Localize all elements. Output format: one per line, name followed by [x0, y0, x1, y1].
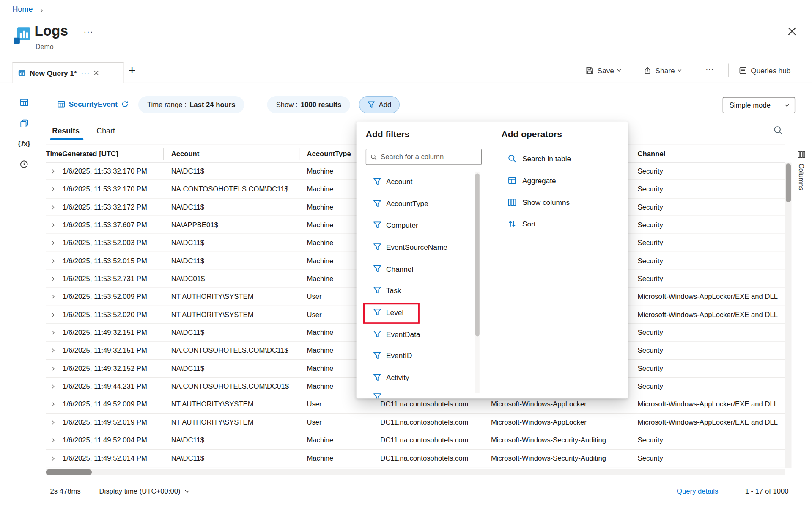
- history-clock-icon: [19, 159, 29, 168]
- horizontal-scrollbar[interactable]: [46, 469, 785, 475]
- show-results-pill[interactable]: Show : 1000 results: [267, 96, 351, 113]
- vertical-scrollbar-thumb[interactable]: [786, 163, 791, 202]
- expand-row-icon[interactable]: [50, 241, 54, 245]
- cell-time-generated: 1/6/2025, 11:53:32.172 PM: [63, 203, 167, 211]
- expand-row-icon[interactable]: [50, 331, 54, 335]
- cell-computer: DC11.na.contosohotels.com: [380, 400, 487, 409]
- selected-table-chip[interactable]: SecurityEvent: [58, 100, 129, 108]
- column-header-accounttype[interactable]: AccountType: [307, 150, 351, 158]
- cell-event-source-name: Microsoft-Windows-AppLocker: [491, 400, 633, 409]
- save-button[interactable]: Save: [585, 66, 620, 75]
- expand-row-icon[interactable]: [50, 169, 54, 173]
- expand-row-icon[interactable]: [50, 277, 54, 281]
- refresh-icon[interactable]: [121, 100, 129, 108]
- filter-search-input[interactable]: [381, 153, 477, 161]
- commandbar-more-menu[interactable]: ···: [705, 65, 714, 74]
- cell-account: NA\DC11$: [171, 257, 303, 265]
- cell-channel: Security: [638, 167, 785, 175]
- mode-selector-value: Simple mode: [730, 101, 771, 109]
- sidebar-queries-tab[interactable]: [16, 116, 31, 131]
- expand-row-icon[interactable]: [50, 259, 54, 263]
- filter-funnel-icon: [373, 199, 381, 208]
- blade-more-menu[interactable]: ···: [83, 27, 93, 36]
- show-label: Show :: [276, 101, 298, 109]
- share-button[interactable]: Share: [643, 66, 681, 75]
- filter-item-channel[interactable]: Channel: [357, 258, 475, 279]
- cell-channel: Microsoft-Windows-AppLocker/EXE and DLL: [638, 293, 785, 301]
- expand-row-icon[interactable]: [50, 312, 54, 317]
- tab-chart[interactable]: Chart: [96, 127, 115, 135]
- expand-row-icon[interactable]: [50, 205, 54, 209]
- cell-account: NT AUTHORITY\SYSTEM: [171, 311, 303, 319]
- expand-row-icon[interactable]: [50, 187, 54, 191]
- expand-row-icon[interactable]: [50, 402, 54, 406]
- filter-item-task[interactable]: Task: [357, 280, 475, 301]
- filter-list-scrollbar[interactable]: [475, 172, 480, 393]
- time-range-pill[interactable]: Time range : Last 24 hours: [138, 96, 244, 113]
- vertical-scrollbar[interactable]: [785, 163, 792, 468]
- filter-item-label: Level: [386, 308, 403, 317]
- columns-panel-toggle[interactable]: Columns: [793, 150, 809, 190]
- aggregate-icon: [508, 176, 516, 185]
- new-tab-button[interactable]: +: [128, 63, 135, 78]
- cell-time-generated: 1/6/2025, 11:53:52.020 PM: [63, 311, 167, 319]
- table-name: SecurityEvent: [69, 100, 118, 108]
- filter-search-box[interactable]: [366, 149, 482, 165]
- table-row[interactable]: 1/6/2025, 11:49:52.004 PM NA\DC11$ Machi…: [46, 431, 785, 449]
- tab-close-icon[interactable]: [94, 71, 99, 75]
- filter-item-account[interactable]: Account: [357, 171, 475, 192]
- filter-item-level[interactable]: Level: [357, 301, 475, 323]
- query-elapsed-time: 2s 478ms: [50, 487, 80, 495]
- expand-row-icon[interactable]: [50, 456, 54, 460]
- filter-item-eventsourcename[interactable]: EventSourceName: [357, 236, 475, 258]
- search-results-icon[interactable]: [773, 125, 783, 137]
- operator-aggregate[interactable]: Aggregate: [502, 170, 622, 191]
- filter-funnel-icon: [373, 221, 381, 229]
- cell-account-type: Machine: [307, 454, 376, 462]
- expand-row-icon[interactable]: [50, 438, 54, 442]
- table-row[interactable]: 1/6/2025, 11:49:52.019 PM NT AUTHORITY\S…: [46, 414, 785, 431]
- operator-show-columns[interactable]: Show columns: [502, 191, 622, 213]
- filter-list-scrollbar-thumb[interactable]: [475, 174, 480, 337]
- query-details-link[interactable]: Query details: [677, 487, 718, 495]
- logs-app-icon: [13, 26, 31, 45]
- tab-more-menu[interactable]: ···: [81, 69, 90, 77]
- horizontal-scrollbar-thumb[interactable]: [46, 469, 92, 475]
- chevron-down-icon: [678, 68, 682, 72]
- expand-row-icon[interactable]: [50, 295, 54, 299]
- filter-item-eventid[interactable]: EventID: [357, 345, 475, 367]
- queries-hub-button[interactable]: Queries hub: [739, 66, 790, 75]
- cell-account: NT AUTHORITY\SYSTEM: [171, 418, 303, 426]
- close-icon[interactable]: [788, 27, 796, 37]
- filter-item-activity[interactable]: Activity: [357, 367, 475, 388]
- column-header-channel[interactable]: Channel: [638, 150, 666, 158]
- tab-new-query-1[interactable]: New Query 1* ···: [13, 62, 124, 83]
- filter-item-eventdata[interactable]: EventData: [357, 323, 475, 345]
- breadcrumb: Home: [13, 5, 42, 14]
- column-header-timegenerated[interactable]: TimeGenerated [UTC]: [46, 150, 118, 158]
- show-columns-icon: [508, 198, 516, 207]
- breadcrumb-home-link[interactable]: Home: [13, 5, 33, 14]
- expand-row-icon[interactable]: [50, 348, 54, 353]
- expand-row-icon[interactable]: [50, 420, 54, 425]
- display-time-dropdown[interactable]: Display time (UTC+00:00): [99, 487, 189, 495]
- sidebar-functions-tab[interactable]: {fx}: [16, 136, 31, 151]
- filter-item-label: EventData: [386, 330, 420, 338]
- add-filter-button[interactable]: Add: [359, 96, 400, 113]
- sidebar-history-tab[interactable]: [16, 157, 31, 171]
- cell-channel: Security: [638, 221, 785, 229]
- operator-sort[interactable]: Sort: [502, 213, 622, 235]
- tab-results[interactable]: Results: [52, 127, 80, 135]
- filter-item-computer[interactable]: Computer: [357, 214, 475, 236]
- table-row[interactable]: 1/6/2025, 11:49:52.014 PM NA\DC11$ Machi…: [46, 450, 785, 467]
- expand-row-icon[interactable]: [50, 223, 54, 227]
- filter-item-accounttype[interactable]: AccountType: [357, 193, 475, 214]
- sidebar-tables-tab[interactable]: [16, 95, 31, 110]
- mode-selector-dropdown[interactable]: Simple mode: [723, 97, 795, 113]
- operator-search-in-table[interactable]: Search in table: [502, 148, 622, 169]
- expand-row-icon[interactable]: [50, 366, 54, 370]
- cell-account: NA\DC11$: [171, 454, 303, 462]
- cell-event-source-name: Microsoft-Windows-Security-Auditing: [491, 454, 633, 462]
- expand-row-icon[interactable]: [50, 384, 54, 389]
- column-header-account[interactable]: Account: [171, 150, 200, 158]
